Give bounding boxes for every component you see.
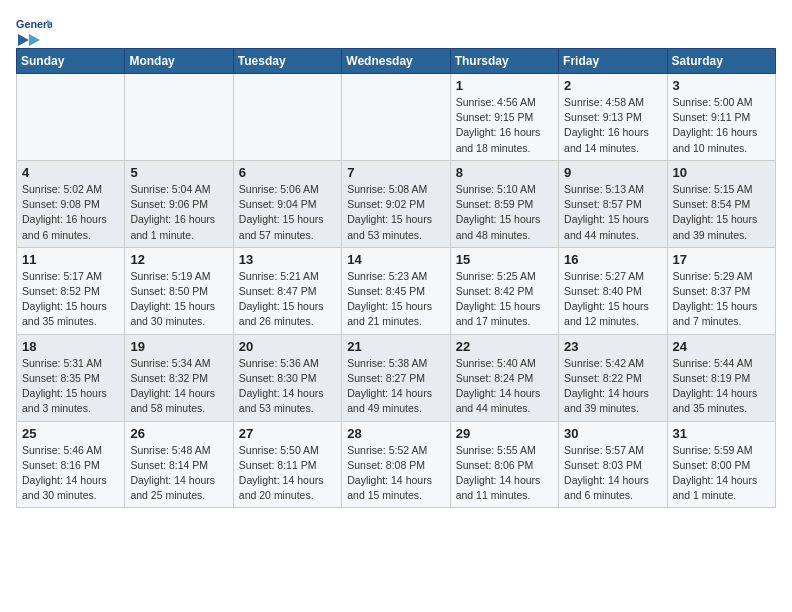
day-number: 5 [130,165,227,180]
weekday-header-tuesday: Tuesday [233,49,341,74]
calendar-week-4: 18Sunrise: 5:31 AM Sunset: 8:35 PM Dayli… [17,334,776,421]
day-info: Sunrise: 5:00 AM Sunset: 9:11 PM Dayligh… [673,95,770,156]
weekday-header-saturday: Saturday [667,49,775,74]
day-info: Sunrise: 4:58 AM Sunset: 9:13 PM Dayligh… [564,95,661,156]
calendar-cell: 6Sunrise: 5:06 AM Sunset: 9:04 PM Daylig… [233,160,341,247]
calendar-cell: 28Sunrise: 5:52 AM Sunset: 8:08 PM Dayli… [342,421,450,508]
calendar-cell [342,74,450,161]
day-number: 29 [456,426,553,441]
day-number: 8 [456,165,553,180]
day-info: Sunrise: 5:15 AM Sunset: 8:54 PM Dayligh… [673,182,770,243]
calendar-cell: 31Sunrise: 5:59 AM Sunset: 8:00 PM Dayli… [667,421,775,508]
calendar-cell: 8Sunrise: 5:10 AM Sunset: 8:59 PM Daylig… [450,160,558,247]
day-info: Sunrise: 5:42 AM Sunset: 8:22 PM Dayligh… [564,356,661,417]
calendar-cell: 26Sunrise: 5:48 AM Sunset: 8:14 PM Dayli… [125,421,233,508]
svg-text:General: General [16,18,52,30]
calendar-cell: 22Sunrise: 5:40 AM Sunset: 8:24 PM Dayli… [450,334,558,421]
day-number: 9 [564,165,661,180]
weekday-header-row: SundayMondayTuesdayWednesdayThursdayFrid… [17,49,776,74]
calendar-week-5: 25Sunrise: 5:46 AM Sunset: 8:16 PM Dayli… [17,421,776,508]
day-info: Sunrise: 5:25 AM Sunset: 8:42 PM Dayligh… [456,269,553,330]
day-info: Sunrise: 5:13 AM Sunset: 8:57 PM Dayligh… [564,182,661,243]
calendar-week-1: 1Sunrise: 4:56 AM Sunset: 9:15 PM Daylig… [17,74,776,161]
day-number: 25 [22,426,119,441]
calendar-cell: 25Sunrise: 5:46 AM Sunset: 8:16 PM Dayli… [17,421,125,508]
day-number: 27 [239,426,336,441]
calendar-cell: 19Sunrise: 5:34 AM Sunset: 8:32 PM Dayli… [125,334,233,421]
day-number: 24 [673,339,770,354]
day-info: Sunrise: 5:59 AM Sunset: 8:00 PM Dayligh… [673,443,770,504]
calendar-cell: 21Sunrise: 5:38 AM Sunset: 8:27 PM Dayli… [342,334,450,421]
day-number: 23 [564,339,661,354]
logo: General [16,16,52,40]
day-number: 6 [239,165,336,180]
day-info: Sunrise: 5:52 AM Sunset: 8:08 PM Dayligh… [347,443,444,504]
day-number: 2 [564,78,661,93]
calendar-cell: 18Sunrise: 5:31 AM Sunset: 8:35 PM Dayli… [17,334,125,421]
calendar-cell: 27Sunrise: 5:50 AM Sunset: 8:11 PM Dayli… [233,421,341,508]
day-number: 11 [22,252,119,267]
calendar-cell: 24Sunrise: 5:44 AM Sunset: 8:19 PM Dayli… [667,334,775,421]
svg-marker-3 [18,34,29,46]
calendar-cell: 4Sunrise: 5:02 AM Sunset: 9:08 PM Daylig… [17,160,125,247]
day-info: Sunrise: 5:40 AM Sunset: 8:24 PM Dayligh… [456,356,553,417]
calendar-week-3: 11Sunrise: 5:17 AM Sunset: 8:52 PM Dayli… [17,247,776,334]
day-number: 30 [564,426,661,441]
calendar-cell: 30Sunrise: 5:57 AM Sunset: 8:03 PM Dayli… [559,421,667,508]
page-header: General [16,16,776,40]
calendar-cell: 11Sunrise: 5:17 AM Sunset: 8:52 PM Dayli… [17,247,125,334]
day-info: Sunrise: 5:34 AM Sunset: 8:32 PM Dayligh… [130,356,227,417]
day-number: 18 [22,339,119,354]
weekday-header-sunday: Sunday [17,49,125,74]
day-number: 20 [239,339,336,354]
weekday-header-friday: Friday [559,49,667,74]
calendar-cell [125,74,233,161]
weekday-header-monday: Monday [125,49,233,74]
day-info: Sunrise: 5:21 AM Sunset: 8:47 PM Dayligh… [239,269,336,330]
calendar-cell: 10Sunrise: 5:15 AM Sunset: 8:54 PM Dayli… [667,160,775,247]
day-number: 13 [239,252,336,267]
calendar-cell: 20Sunrise: 5:36 AM Sunset: 8:30 PM Dayli… [233,334,341,421]
svg-marker-2 [29,34,40,46]
calendar-cell: 16Sunrise: 5:27 AM Sunset: 8:40 PM Dayli… [559,247,667,334]
day-info: Sunrise: 5:10 AM Sunset: 8:59 PM Dayligh… [456,182,553,243]
day-info: Sunrise: 5:04 AM Sunset: 9:06 PM Dayligh… [130,182,227,243]
day-number: 1 [456,78,553,93]
day-number: 14 [347,252,444,267]
day-number: 3 [673,78,770,93]
day-number: 17 [673,252,770,267]
day-info: Sunrise: 5:23 AM Sunset: 8:45 PM Dayligh… [347,269,444,330]
day-number: 10 [673,165,770,180]
calendar-cell: 5Sunrise: 5:04 AM Sunset: 9:06 PM Daylig… [125,160,233,247]
day-info: Sunrise: 5:50 AM Sunset: 8:11 PM Dayligh… [239,443,336,504]
calendar-cell [233,74,341,161]
day-number: 22 [456,339,553,354]
calendar-cell: 23Sunrise: 5:42 AM Sunset: 8:22 PM Dayli… [559,334,667,421]
day-info: Sunrise: 5:29 AM Sunset: 8:37 PM Dayligh… [673,269,770,330]
day-number: 19 [130,339,227,354]
day-info: Sunrise: 5:55 AM Sunset: 8:06 PM Dayligh… [456,443,553,504]
day-info: Sunrise: 4:56 AM Sunset: 9:15 PM Dayligh… [456,95,553,156]
day-info: Sunrise: 5:46 AM Sunset: 8:16 PM Dayligh… [22,443,119,504]
calendar-cell: 17Sunrise: 5:29 AM Sunset: 8:37 PM Dayli… [667,247,775,334]
day-number: 28 [347,426,444,441]
day-number: 4 [22,165,119,180]
calendar-table: SundayMondayTuesdayWednesdayThursdayFrid… [16,48,776,508]
calendar-cell [17,74,125,161]
day-number: 15 [456,252,553,267]
day-info: Sunrise: 5:57 AM Sunset: 8:03 PM Dayligh… [564,443,661,504]
weekday-header-thursday: Thursday [450,49,558,74]
day-info: Sunrise: 5:44 AM Sunset: 8:19 PM Dayligh… [673,356,770,417]
weekday-header-wednesday: Wednesday [342,49,450,74]
day-info: Sunrise: 5:36 AM Sunset: 8:30 PM Dayligh… [239,356,336,417]
day-info: Sunrise: 5:27 AM Sunset: 8:40 PM Dayligh… [564,269,661,330]
day-info: Sunrise: 5:38 AM Sunset: 8:27 PM Dayligh… [347,356,444,417]
day-info: Sunrise: 5:08 AM Sunset: 9:02 PM Dayligh… [347,182,444,243]
day-number: 7 [347,165,444,180]
logo-bird-icon [18,32,40,46]
calendar-cell: 9Sunrise: 5:13 AM Sunset: 8:57 PM Daylig… [559,160,667,247]
calendar-week-2: 4Sunrise: 5:02 AM Sunset: 9:08 PM Daylig… [17,160,776,247]
day-number: 26 [130,426,227,441]
calendar-cell: 3Sunrise: 5:00 AM Sunset: 9:11 PM Daylig… [667,74,775,161]
calendar-cell: 1Sunrise: 4:56 AM Sunset: 9:15 PM Daylig… [450,74,558,161]
